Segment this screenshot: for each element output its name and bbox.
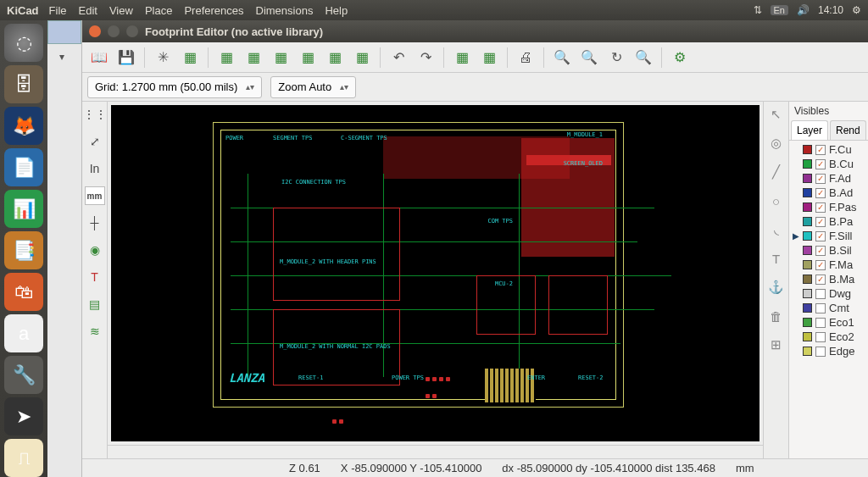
layer-checkbox[interactable]: ✓ [815,202,826,213]
launcher-impress-icon[interactable]: 📑 [4,231,43,269]
footprint-wizard-icon[interactable]: ▦ [178,46,202,69]
grid-toggle-icon[interactable]: ⋮⋮ [85,105,105,124]
pcb-canvas[interactable]: POWER SEGMENT TPS C-SEGMENT TPS I2C CONN… [111,105,760,441]
network-icon[interactable]: ⇅ [754,4,762,16]
layer-swatch[interactable] [803,188,812,197]
layer-row-b-ad[interactable]: ✓B.Ad [789,186,868,200]
volume-icon[interactable]: 🔊 [797,4,810,16]
launcher-terminal-icon[interactable]: ➤ [4,397,43,435]
zoom-selector[interactable]: Zoom Auto ▴▾ [270,76,356,98]
layer-swatch[interactable] [803,260,812,269]
tab-layer[interactable]: Layer [791,120,828,140]
layer-checkbox[interactable]: ✓ [815,145,826,155]
arc-tool-icon[interactable]: ◟ [767,220,786,239]
text-tool-icon[interactable]: T [767,249,786,268]
layer-row-cmt[interactable]: Cmt [789,301,868,315]
launcher-settings-icon[interactable]: 🔧 [4,356,43,394]
pad-tool-icon[interactable]: ◎ [767,134,786,153]
background-app-icon[interactable] [47,20,81,44]
layer-swatch[interactable] [803,275,812,284]
launcher-writer-icon[interactable]: 📄 [4,148,43,186]
layer-swatch[interactable] [803,303,812,313]
print-icon[interactable]: 🖨 [514,46,537,69]
layer-swatch[interactable] [803,347,812,356]
layer-checkbox[interactable]: ✓ [815,275,826,285]
layer-row-f-sill[interactable]: ▶✓F.Sill [789,229,868,243]
export-footprint-icon[interactable]: ▦ [350,46,374,69]
layer-swatch[interactable] [803,231,812,241]
line-tool-icon[interactable]: ╱ [767,163,786,181]
undo-icon[interactable]: ↶ [387,46,410,69]
polar-coords-icon[interactable]: ⤢ [85,132,105,151]
layer-checkbox[interactable]: ✓ [815,217,826,227]
new-footprint-icon[interactable]: ✳ [151,46,175,69]
zoom-fit-icon[interactable]: 🔍 [632,46,655,69]
layer-swatch[interactable] [803,246,812,255]
layer-swatch[interactable] [803,289,812,298]
tab-render[interactable]: Rend [830,120,866,140]
horizontal-scrollbar[interactable] [108,445,763,458]
layer-swatch[interactable] [803,145,812,154]
layer-checkbox[interactable] [815,289,826,299]
layer-checkbox[interactable] [815,303,826,313]
layer-checkbox[interactable]: ✓ [815,260,826,270]
pad-props-icon[interactable]: ▦ [477,46,501,69]
pad-fill-icon[interactable]: ◉ [85,241,105,259]
chevron-down-icon[interactable]: ▾ [59,51,64,63]
units-inch-icon[interactable]: In [85,159,105,178]
contrast-mode-icon[interactable]: ▤ [85,295,105,313]
open-library-icon[interactable]: 📖 [87,46,111,69]
delete-tool-icon[interactable]: 🗑 [767,307,786,325]
layer-checkbox[interactable]: ✓ [815,159,826,169]
launcher-files-icon[interactable]: 🗄 [4,65,43,103]
launcher-dash-icon[interactable]: ◌ [4,24,43,62]
layer-row-b-sil[interactable]: ✓B.Sil [789,243,868,258]
insert-footprint-icon[interactable]: ▦ [296,46,320,69]
launcher-calc-icon[interactable]: 📊 [4,190,43,228]
save-footprint-icon[interactable]: ▦ [269,46,292,69]
layer-row-f-ad[interactable]: ✓F.Ad [789,171,868,186]
launcher-kicad-icon[interactable]: ⎍ [4,439,43,477]
layer-checkbox[interactable]: ✓ [815,246,826,256]
window-maximize-button[interactable] [126,25,138,37]
zoom-out-icon[interactable]: 🔍 [577,46,601,69]
layer-row-eco2[interactable]: Eco2 [789,330,868,344]
layer-checkbox[interactable]: ✓ [815,231,826,241]
layer-checkbox[interactable]: ✓ [815,174,826,184]
settings-gear-icon[interactable]: ⚙ [668,46,692,69]
zoom-redraw-icon[interactable]: ↻ [604,46,628,69]
text-fill-icon[interactable]: T [85,268,105,286]
menu-place[interactable]: Place [145,4,173,17]
anchor-tool-icon[interactable]: ⚓ [767,278,786,297]
menu-preferences[interactable]: Preferences [184,4,243,17]
import-footprint-icon[interactable]: ▦ [323,46,347,69]
layer-row-f-pas[interactable]: ✓F.Pas [789,200,868,214]
layer-swatch[interactable] [803,332,812,341]
footprint-props-icon[interactable]: ▦ [450,46,474,69]
clock[interactable]: 14:10 [818,4,843,16]
layer-swatch[interactable] [803,174,812,183]
menu-dimensions[interactable]: Dimensions [256,4,314,17]
cursor-shape-icon[interactable]: ┼ [85,214,105,232]
grid-selector[interactable]: Grid: 1.2700 mm (50.00 mils) ▴▾ [87,76,262,98]
layer-swatch[interactable] [803,318,812,327]
load-footprint-icon[interactable]: ▦ [214,46,238,69]
menu-view[interactable]: View [109,4,133,17]
lang-indicator[interactable]: En [771,5,788,15]
layer-row-eco1[interactable]: Eco1 [789,315,868,330]
layer-swatch[interactable] [803,217,812,226]
layer-row-f-cu[interactable]: ✓F.Cu [789,142,868,157]
gear-icon[interactable]: ⚙ [852,4,861,16]
layer-row-f-ma[interactable]: ✓F.Ma [789,258,868,272]
layer-checkbox[interactable]: ✓ [815,188,826,198]
layer-row-b-cu[interactable]: ✓B.Cu [789,157,868,171]
grid-origin-icon[interactable]: ⊞ [767,336,786,354]
units-mm-icon[interactable]: mm [85,186,105,205]
layer-checkbox[interactable] [815,332,826,342]
layer-checkbox[interactable] [815,347,826,357]
save-library-icon[interactable]: 💾 [114,46,138,69]
window-minimize-button[interactable] [108,25,120,37]
menu-file[interactable]: File [49,4,67,17]
window-close-button[interactable] [89,25,101,37]
circle-tool-icon[interactable]: ○ [767,191,786,210]
